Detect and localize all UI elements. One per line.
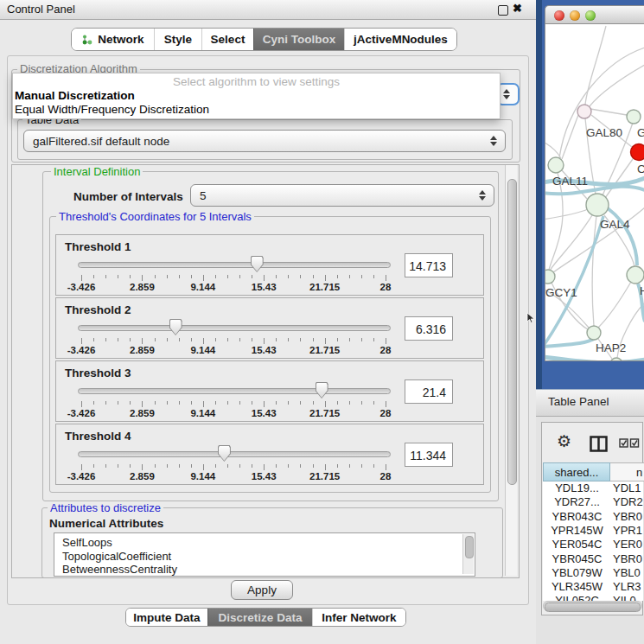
network-node-gal11[interactable] <box>548 157 564 173</box>
panel-scrollbar-thumb[interactable] <box>507 179 517 485</box>
table-row[interactable]: YDR27...YDR2 <box>543 495 643 509</box>
table-panel-box: ⚙ shared... n YDL19...YDL1YDR27...YDR2YB… <box>541 422 643 615</box>
column-checkboxes-icon[interactable] <box>619 438 640 449</box>
network-view-canvas[interactable]: GAL80G.CGAL11GAL4GCY1HHAP2 <box>545 24 644 361</box>
slider-track[interactable] <box>78 262 391 268</box>
list-scrollbar-thumb[interactable] <box>465 536 474 558</box>
algorithm-option[interactable]: Equal Width/Frequency Discretization <box>13 103 500 117</box>
bottom-tab-discretize-data[interactable]: Discretize Data <box>207 609 312 626</box>
combo-arrows-icon <box>503 89 510 99</box>
network-node-hap2[interactable] <box>587 326 601 340</box>
network-node-gal80[interactable] <box>577 105 591 118</box>
table-hscrollbar[interactable] <box>543 601 642 611</box>
slider-tick <box>349 401 350 405</box>
network-node-h[interactable] <box>627 266 644 284</box>
network-node-label: GAL11 <box>552 175 588 188</box>
slider-tick <box>142 338 143 344</box>
table-row[interactable]: YBR043CYBR0 <box>543 510 643 524</box>
network-edge <box>598 282 631 328</box>
table-row[interactable]: YER054CYER0 <box>543 538 643 552</box>
float-window-icon[interactable] <box>498 5 508 16</box>
tab-style[interactable]: Style <box>154 29 201 50</box>
list-scrollbar[interactable] <box>462 534 474 574</box>
close-icon[interactable]: ✖ <box>513 2 522 15</box>
network-node-c[interactable] <box>631 144 644 161</box>
threshold-value-field[interactable]: 6.316 <box>405 316 453 341</box>
table-row[interactable]: YBR045CYBR0 <box>543 552 643 566</box>
table-row[interactable]: YDL19...YDL1 <box>543 481 643 495</box>
gear-icon[interactable]: ⚙ <box>557 433 571 450</box>
table-row[interactable]: YIL052CYIL0 <box>543 594 643 601</box>
attribute-list-item[interactable]: TopologicalCoefficient <box>54 550 475 564</box>
numerical-attributes-label: Numerical Attributes <box>49 517 163 530</box>
slider-track[interactable] <box>78 325 391 331</box>
slider-track[interactable] <box>78 451 391 457</box>
slider-tick <box>142 275 143 281</box>
bottom-tab-infer-network[interactable]: Infer Network <box>312 609 405 626</box>
tab-label: Cyni Toolbox <box>263 33 336 46</box>
minimize-traffic-light-icon[interactable] <box>570 10 580 21</box>
slider-tick <box>105 338 106 341</box>
slider-tick <box>276 401 277 405</box>
tab-network[interactable]: Network <box>72 29 154 50</box>
slider-thumb[interactable] <box>169 319 182 335</box>
slider-tick <box>264 401 265 407</box>
tab-select[interactable]: Select <box>201 29 253 50</box>
slider-tick <box>300 401 301 405</box>
slider-tick <box>105 401 106 405</box>
threshold-value-field[interactable]: 11.344 <box>405 443 453 467</box>
table-row[interactable]: YPR145WYPR1 <box>543 524 643 538</box>
slider-tick <box>191 401 192 405</box>
table-header-name[interactable]: n <box>610 462 644 481</box>
cell-name: YBL0 <box>613 566 641 580</box>
split-table-icon[interactable] <box>590 436 608 452</box>
network-window-titlebar[interactable] <box>545 5 644 24</box>
attribute-list-item[interactable]: SelfLoops <box>54 536 475 550</box>
algorithm-hint-option[interactable]: Select algorithm to view settings <box>13 73 500 89</box>
attributes-group-label: Attributes to discretize <box>48 501 163 514</box>
network-node-gcy1[interactable] <box>545 270 555 284</box>
table-hscrollbar-thumb[interactable] <box>545 603 641 612</box>
slider-tick <box>227 275 228 278</box>
number-of-intervals-combobox[interactable]: 5 <box>190 184 494 207</box>
attribute-list-item[interactable]: BetweennessCentrality <box>54 563 475 577</box>
slider-track[interactable] <box>78 388 391 394</box>
zoom-traffic-light-icon[interactable] <box>585 10 596 21</box>
tab-jactivemnodules[interactable]: jActiveMNodules <box>344 29 456 50</box>
slider-thumb[interactable] <box>316 382 328 399</box>
panel-scrollbar[interactable] <box>505 165 517 576</box>
table-row[interactable]: YLR345WYLR3 <box>543 580 643 594</box>
algorithm-option[interactable]: Manual Discretization <box>13 89 500 103</box>
cell-shared-name: YBR045C <box>543 552 611 566</box>
network-node-label: G. <box>637 126 644 139</box>
slider-tick <box>93 464 94 468</box>
table-rows: YDL19...YDL1YDR27...YDR2YBR043CYBR0YPR14… <box>543 481 643 601</box>
slider-tick <box>215 401 216 405</box>
cell-name: YDL1 <box>613 481 641 495</box>
network-node-gal4[interactable] <box>586 194 609 216</box>
apply-button[interactable]: Apply <box>231 580 293 600</box>
slider-tick <box>167 401 168 405</box>
slider-tick <box>337 464 338 468</box>
slider-tick <box>325 338 326 344</box>
close-traffic-light-icon[interactable] <box>554 10 564 21</box>
tab-cyni-toolbox[interactable]: Cyni Toolbox <box>253 29 344 50</box>
slider-thumb[interactable] <box>218 445 231 462</box>
bottom-tab-impute-data[interactable]: Impute Data <box>126 609 207 626</box>
slider-tick <box>300 464 301 468</box>
threshold-label: Threshold 1 <box>65 240 131 253</box>
table-row[interactable]: YBL079WYBL0 <box>543 566 643 580</box>
slider-tick-label: 28 <box>380 282 392 292</box>
table-header-shared[interactable]: shared... <box>543 462 610 481</box>
network-node-g[interactable] <box>627 110 641 124</box>
numerical-attributes-list[interactable]: SelfLoopsTopologicalCoefficientBetweenne… <box>54 532 475 577</box>
cell-name: YDR2 <box>613 495 643 509</box>
algorithm-dropdown-popup: Select algorithm to view settings Manual… <box>12 73 501 119</box>
table-data-combobox[interactable]: galFiltered.sif default node <box>23 130 506 152</box>
slider-thumb[interactable] <box>251 256 264 272</box>
threshold-value-field[interactable]: 14.713 <box>405 253 453 277</box>
threshold-value-field[interactable]: 21.4 <box>405 379 453 404</box>
slider-tick <box>191 338 192 341</box>
slider-tick <box>179 401 180 405</box>
slider-tick-label: 15.43 <box>252 471 277 481</box>
